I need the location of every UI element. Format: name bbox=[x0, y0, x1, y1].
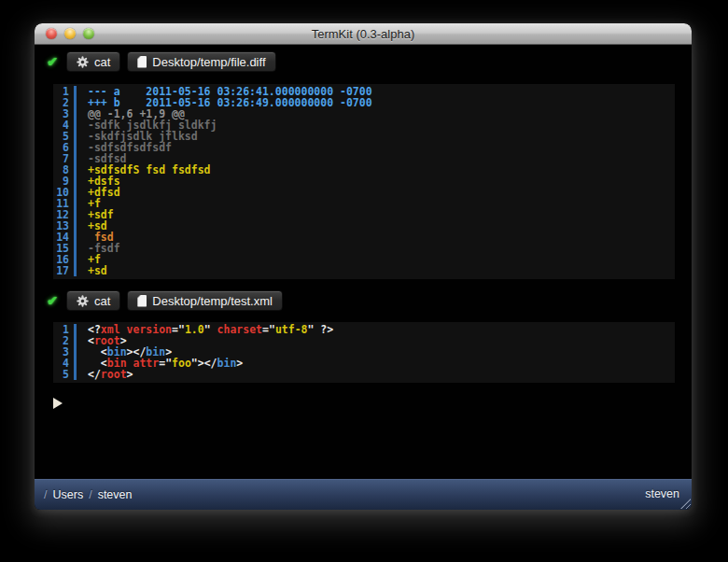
file-icon bbox=[137, 295, 147, 307]
code-line: 14 fsd bbox=[53, 232, 675, 243]
syntax-attr: charset bbox=[217, 323, 262, 336]
syntax-attr: version bbox=[127, 323, 172, 336]
success-check-icon: ✔ bbox=[45, 51, 60, 72]
file-path-token[interactable]: Desktop/temp/file.diff bbox=[127, 51, 275, 72]
gear-icon bbox=[77, 56, 89, 68]
breadcrumb-slash: / bbox=[44, 488, 47, 501]
code-line: 10+dfsd bbox=[53, 187, 675, 198]
command-block: ✔catDesktop/temp/file.diff1--- a 2011-05… bbox=[35, 51, 692, 279]
gear-icon bbox=[77, 295, 89, 307]
status-bar: /Users/steven steven bbox=[35, 479, 692, 510]
syntax-punct: =" bbox=[262, 323, 275, 336]
prompt-input-row[interactable] bbox=[53, 398, 692, 411]
breadcrumb-segment[interactable]: steven bbox=[98, 488, 133, 501]
zoom-button[interactable] bbox=[83, 28, 94, 39]
code-line: 8+sdfsdfS fsd fsdfsd bbox=[53, 164, 675, 176]
code-line: 11+f bbox=[53, 198, 675, 209]
resize-grip-icon[interactable] bbox=[680, 499, 691, 509]
prompt-caret-icon bbox=[53, 398, 63, 409]
syntax-punct: "></ bbox=[191, 357, 217, 370]
syntax-attr: attr bbox=[133, 357, 160, 370]
window-titlebar[interactable]: TermKit (0.3-alpha) bbox=[35, 23, 692, 45]
command-block: ✔catDesktop/temp/test.xml1<?xml version=… bbox=[35, 290, 692, 383]
line-number: 17 bbox=[53, 265, 69, 276]
breadcrumb-slash: / bbox=[89, 488, 91, 501]
command-row: ✔catDesktop/temp/test.xml bbox=[45, 290, 692, 311]
code-line: 9+dsfs bbox=[53, 176, 675, 187]
syntax-punct: " bbox=[204, 323, 217, 336]
username-label: steven bbox=[645, 480, 679, 508]
code-text: +sd bbox=[77, 265, 107, 276]
success-check-icon: ✔ bbox=[45, 290, 60, 311]
token-label: Desktop/temp/file.diff bbox=[152, 55, 265, 69]
syntax-tagblue: bin bbox=[217, 357, 237, 370]
path-breadcrumb: /Users/steven bbox=[44, 488, 132, 501]
syntax-punct: </ bbox=[88, 368, 101, 381]
syntax-punct: > bbox=[236, 357, 243, 370]
command-token[interactable]: cat bbox=[66, 290, 120, 311]
termkit-window: TermKit (0.3-alpha) ✔catDesktop/temp/fil… bbox=[35, 23, 692, 510]
syntax-value: 1.0 bbox=[185, 323, 204, 336]
code-line: 15-fsdf bbox=[53, 243, 675, 254]
syntax-tag: root bbox=[101, 368, 127, 381]
line-number: 5 bbox=[53, 369, 69, 380]
diff-output: 1--- a 2011-05-16 03:26:41.000000000 -07… bbox=[53, 84, 675, 279]
command-row: ✔catDesktop/temp/file.diff bbox=[45, 51, 692, 72]
syntax-punct: =" bbox=[172, 323, 185, 336]
xml-output: 1<?xml version="1.0" charset="utf-8" ?>2… bbox=[53, 322, 675, 383]
code-line: 6-sdfsdfsdfsdf bbox=[53, 142, 675, 153]
code-line: 13+sd bbox=[53, 220, 675, 232]
token-label: cat bbox=[94, 55, 110, 69]
token-label: Desktop/temp/test.xml bbox=[152, 294, 273, 308]
code-line: 17+sd bbox=[53, 265, 675, 276]
code-line: 4 <bin attr="foo"></bin> bbox=[53, 358, 675, 369]
desktop-background: TermKit (0.3-alpha) ✔catDesktop/temp/fil… bbox=[0, 0, 728, 562]
code-line: 5</root> bbox=[53, 369, 675, 380]
syntax-add: +sd bbox=[88, 264, 107, 277]
token-label: cat bbox=[94, 294, 110, 308]
breadcrumb-segment[interactable]: Users bbox=[52, 488, 83, 501]
file-path-token[interactable]: Desktop/temp/test.xml bbox=[127, 290, 283, 311]
file-glyph bbox=[137, 295, 147, 307]
code-text: </root> bbox=[77, 369, 133, 380]
code-line: 16+f bbox=[53, 254, 675, 265]
minimize-button[interactable] bbox=[64, 28, 76, 39]
window-title: TermKit (0.3-alpha) bbox=[312, 27, 415, 41]
syntax-punct: =" bbox=[159, 357, 172, 370]
file-glyph bbox=[137, 56, 147, 68]
syntax-punct: > bbox=[127, 368, 133, 381]
syntax-value: foo bbox=[172, 357, 191, 370]
window-controls bbox=[46, 28, 94, 39]
code-line: 12+sdf bbox=[53, 209, 675, 220]
syntax-value: utf-8 bbox=[275, 323, 308, 336]
code-line: 1<?xml version="1.0" charset="utf-8" ?> bbox=[53, 324, 675, 335]
command-token[interactable]: cat bbox=[66, 51, 120, 72]
terminal-scrollback: ✔catDesktop/temp/file.diff1--- a 2011-05… bbox=[35, 51, 692, 383]
file-icon bbox=[137, 56, 147, 68]
close-button[interactable] bbox=[46, 28, 57, 39]
syntax-punct: " ?> bbox=[308, 323, 334, 336]
